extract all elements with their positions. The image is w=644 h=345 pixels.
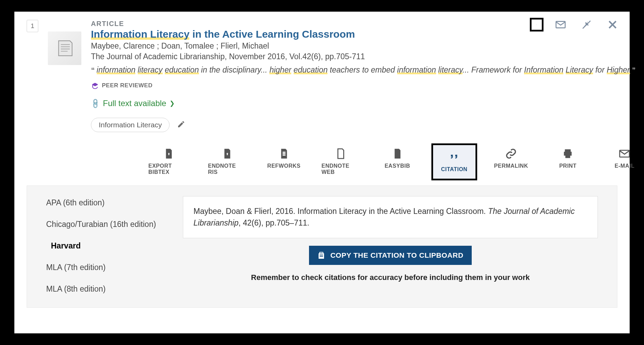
email-icon[interactable] — [554, 18, 567, 31]
result-number: 1 — [27, 20, 38, 32]
citation-reminder: Remember to check citations for accuracy… — [251, 273, 529, 282]
peer-reviewed-icon — [91, 81, 99, 90]
citation-style-list: APA (6th edition) Chicago/Turabian (16th… — [46, 196, 169, 294]
link-icon: 🔗 — [89, 97, 101, 109]
action-label: EASYBIB — [385, 163, 410, 169]
style-harvard[interactable]: Harvard — [46, 241, 169, 251]
unpin-icon[interactable] — [580, 18, 593, 31]
title-rest: in the Active Learning Classroom — [189, 28, 355, 40]
action-bar: EXPORT BIBTEX ENDNOTE RIS REFWORKS ENDNO… — [146, 144, 644, 179]
easybib-button[interactable]: EASYBIB — [376, 144, 419, 172]
fulltext-row[interactable]: 🔗 Full text available ❯ — [91, 99, 644, 108]
action-label: PRINT — [559, 163, 577, 169]
endnote-web-button[interactable]: ENDNOTE WEB — [319, 144, 363, 179]
style-apa[interactable]: APA (6th edition) — [46, 198, 169, 207]
copy-citation-button[interactable]: COPY THE CITATION TO CLIPBOARD — [309, 246, 471, 265]
citation-panel: APA (6th edition) Chicago/Turabian (16th… — [27, 186, 617, 308]
email-button[interactable]: E-MAIL — [603, 144, 644, 172]
permalink-button[interactable]: PERMALINK — [489, 144, 533, 172]
svg-line-1 — [583, 21, 591, 29]
action-label: CITATION — [441, 166, 467, 172]
edit-tags-icon[interactable] — [177, 120, 185, 130]
copy-citation-label: COPY THE CITATION TO CLIPBOARD — [330, 251, 463, 259]
print-button[interactable]: PRINT — [546, 144, 590, 172]
citation-button[interactable]: CITATION — [432, 144, 477, 179]
record-source: The Journal of Academic Librarianship, N… — [91, 52, 644, 61]
record-authors: Maybee, Clarence ; Doan, Tomalee ; Flier… — [91, 41, 644, 51]
tag-row: Information Literacy — [91, 118, 644, 132]
style-mla7[interactable]: MLA (7th edition) — [46, 263, 169, 272]
citation-text[interactable]: Maybee, Doan & Flierl, 2016. Information… — [183, 196, 598, 238]
style-chicago[interactable]: Chicago/Turabian (16th edition) — [46, 220, 169, 229]
record-metadata: ARTICLE Information Literacy in the Acti… — [91, 20, 644, 179]
tag-pill[interactable]: Information Literacy — [91, 118, 170, 132]
chevron-right-icon: ❯ — [170, 100, 175, 107]
action-label: E-MAIL — [615, 163, 634, 169]
cite-icon[interactable] — [530, 18, 544, 31]
quote-close-icon: ❞ — [632, 66, 636, 74]
refworks-button[interactable]: REFWORKS — [262, 144, 306, 172]
citation-post: , 42(6), pp.705–711. — [239, 218, 309, 227]
export-bibtex-button[interactable]: EXPORT BIBTEX — [146, 144, 192, 179]
citation-pre: Maybee, Doan & Flierl, 2016. Information… — [193, 207, 488, 216]
clipboard-icon — [317, 251, 325, 259]
action-label: ENDNOTE RIS — [208, 163, 246, 175]
peer-reviewed-badge: PEER REVIEWED — [91, 81, 644, 90]
endnote-ris-button[interactable]: ENDNOTE RIS — [205, 144, 249, 179]
fulltext-link[interactable]: Full text available — [103, 99, 166, 108]
top-actions — [530, 18, 619, 31]
title-highlight: Information Literacy — [91, 28, 189, 40]
action-label: EXPORT BIBTEX — [148, 163, 190, 175]
style-mla8[interactable]: MLA (8th edition) — [46, 284, 169, 294]
peer-reviewed-label: PEER REVIEWED — [102, 82, 152, 89]
result-row: 1 ARTICLE Information Literacy in the Ac… — [27, 20, 617, 179]
quote-open-icon: ❝ — [91, 66, 97, 74]
close-icon[interactable] — [606, 18, 619, 31]
citation-output-area: Maybee, Doan & Flierl, 2016. Information… — [183, 196, 598, 294]
action-label: REFWORKS — [267, 163, 300, 169]
document-thumbnail-icon — [48, 31, 81, 65]
action-label: ENDNOTE WEB — [322, 163, 360, 175]
record-detail-panel: 1 ARTICLE Information Literacy in the Ac… — [14, 12, 630, 333]
record-snippet: ❝ information literacy education in the … — [91, 64, 644, 76]
action-label: PERMALINK — [494, 163, 528, 169]
